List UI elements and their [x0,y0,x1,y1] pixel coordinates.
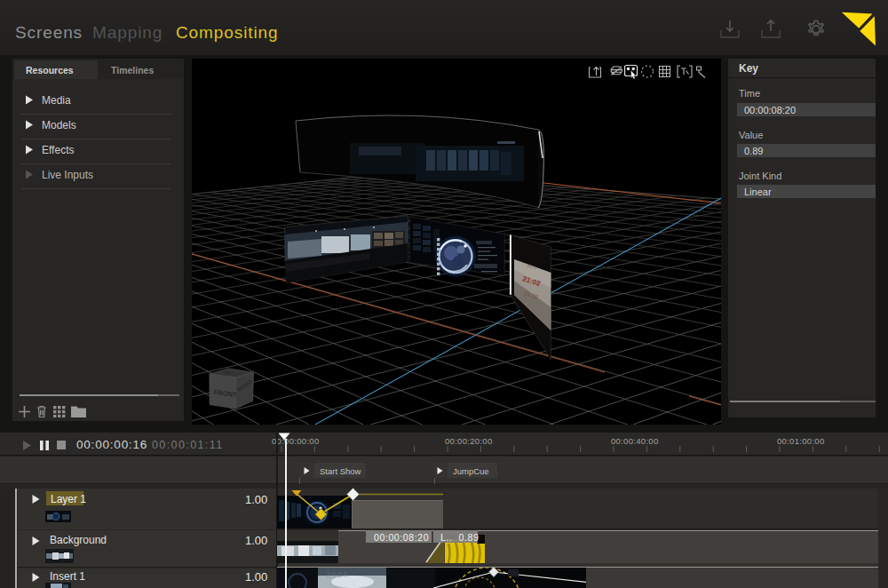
svg-text:2008: 2008 [326,570,349,579]
